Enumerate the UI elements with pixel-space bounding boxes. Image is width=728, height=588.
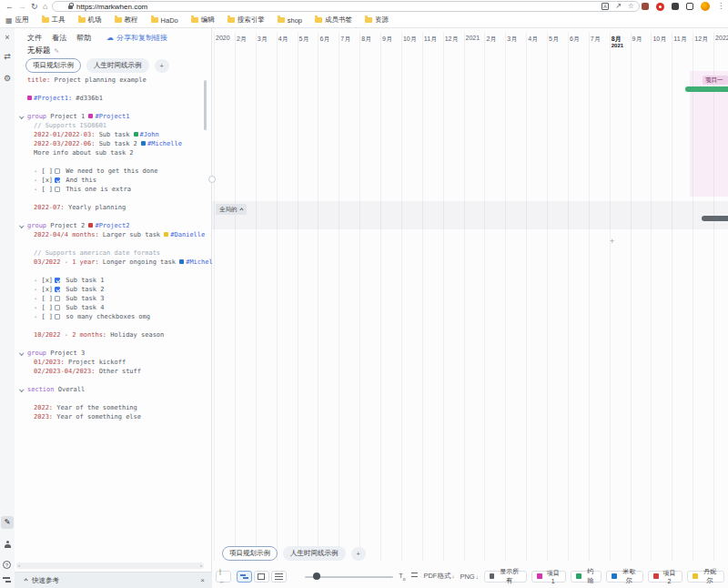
code-line[interactable] <box>15 212 206 221</box>
checkbox[interactable] <box>55 287 60 292</box>
code-line[interactable]: - [ ] Sub task 3 <box>15 294 206 303</box>
code-line[interactable] <box>15 239 206 248</box>
tab-square-icon[interactable] <box>686 3 693 10</box>
code-line[interactable] <box>15 157 206 167</box>
code-line[interactable]: 2022-03/2022-06: Sub task 2 #Michelle <box>15 139 206 148</box>
checkbox[interactable] <box>55 278 60 283</box>
bookmark-item[interactable]: HaDo <box>151 16 178 25</box>
bookmark-item[interactable]: 搜索引擎 <box>228 15 265 25</box>
code-line[interactable]: 2023: Year of something else <box>15 412 206 421</box>
collapse-caret-icon[interactable] <box>19 350 24 355</box>
bookmark-item[interactable]: 成员书签 <box>315 15 352 25</box>
quick-reference-bar[interactable]: 快速参考 × <box>15 572 212 588</box>
bookmark-item[interactable]: 教程 <box>115 15 138 25</box>
adblock-extension-icon[interactable] <box>656 3 664 11</box>
checkbox[interactable] <box>55 296 60 301</box>
code-line[interactable]: // Supports american date formats <box>15 248 206 258</box>
timeline-tab[interactable]: 人生时间线示例 <box>283 546 346 561</box>
legend-item[interactable]: 项目1 <box>531 571 566 583</box>
bookmark-item[interactable]: ▦应用 <box>5 15 29 25</box>
code-line[interactable] <box>15 321 206 330</box>
document-title[interactable]: 无标题 <box>27 46 51 56</box>
text-size-button[interactable]: To <box>399 572 405 582</box>
checkbox[interactable] <box>55 177 60 183</box>
back-icon[interactable]: ← <box>5 0 14 13</box>
subtask-john-event-bar[interactable] <box>685 86 728 92</box>
legend-item[interactable]: 米歇尔 <box>606 571 643 583</box>
close-quick-reference-icon[interactable]: × <box>200 576 205 584</box>
code-line[interactable]: - [x] Sub task 1 <box>15 276 206 285</box>
code-line[interactable]: - [ ] so many checkboxes omg <box>15 312 206 321</box>
year-2022-event-bar[interactable] <box>702 216 728 221</box>
menu-item[interactable]: 文件 <box>27 33 42 43</box>
code-line[interactable]: // Supports ISO8601 <box>15 121 206 130</box>
account-icon[interactable] <box>4 541 11 548</box>
overall-section-badge[interactable]: 全局的 <box>216 204 247 215</box>
timeline-new-tab-button[interactable]: + <box>351 547 366 561</box>
legend-item[interactable]: 项目2 <box>648 571 682 583</box>
bookmark-item[interactable]: 工具 <box>42 15 66 25</box>
code-line[interactable]: #Project1: #d336b1 <box>15 94 206 103</box>
settings-gear-icon[interactable]: ⚙ <box>0 74 15 83</box>
scroll-right-icon[interactable]: › <box>200 563 202 569</box>
timeline-tab[interactable]: 项目规划示例 <box>222 546 278 561</box>
code-line[interactable]: - [ ] Sub task 4 <box>15 303 206 312</box>
editor-horizontal-scrollbar[interactable]: ‹ › <box>16 563 204 569</box>
extension-icon[interactable] <box>642 3 649 10</box>
extensions-puzzle-icon[interactable] <box>672 3 679 10</box>
browser-menu-icon[interactable]: ⋮ <box>717 2 724 11</box>
jump-to-start-button[interactable]: |← <box>216 571 231 583</box>
home-icon[interactable]: ⌂ <box>43 0 47 13</box>
code-line[interactable] <box>15 267 206 276</box>
code-line[interactable]: 03/2022 - 1 year: Longer ongoing task #M… <box>15 258 206 267</box>
code-line[interactable]: 01/2023: Project kickoff <box>15 358 206 367</box>
legend-item[interactable]: 丹妮尔 <box>687 571 724 583</box>
code-line[interactable] <box>15 394 206 403</box>
timeline-view-icon[interactable] <box>3 577 12 583</box>
code-line[interactable] <box>15 376 206 385</box>
menu-item[interactable]: 帮助 <box>76 33 91 43</box>
gantt-view-button[interactable] <box>237 571 252 583</box>
code-line[interactable]: More info about sub task 2 <box>15 148 206 157</box>
code-line[interactable] <box>15 194 206 203</box>
bookmark-star-icon[interactable]: ☆ <box>628 2 634 11</box>
code-line[interactable]: group Project 2 #Project2 <box>15 221 206 230</box>
menu-item[interactable]: 看法 <box>52 33 66 43</box>
code-line[interactable]: 2022-07: Yearly planning <box>15 203 206 212</box>
download-png-button[interactable]: PNG <box>460 573 478 581</box>
collapse-caret-icon[interactable] <box>19 223 24 228</box>
list-view-button[interactable] <box>271 571 287 583</box>
bookmark-item[interactable]: 资源 <box>365 15 389 25</box>
checkbox[interactable] <box>55 168 60 174</box>
code-line[interactable] <box>15 103 206 112</box>
code-line[interactable]: - [ ] This one is extra <box>15 185 206 194</box>
share-copy-link-button[interactable]: ☁ 分享和复制链接 <box>106 33 167 43</box>
code-area[interactable]: title: Project planning example#Project1… <box>15 76 206 421</box>
panel-divider-handle[interactable] <box>208 176 216 183</box>
code-line[interactable]: 2022-01/2022-03: Sub task #John <box>15 130 206 139</box>
bookmark-item[interactable]: shop <box>278 16 302 25</box>
rename-pencil-icon[interactable]: ✎ <box>55 47 59 55</box>
code-line[interactable]: - [x] And this <box>15 176 206 185</box>
code-line[interactable]: title: Project planning example <box>15 76 206 85</box>
code-line[interactable] <box>15 340 206 349</box>
zoom-slider[interactable] <box>305 571 394 583</box>
column-view-button[interactable] <box>254 571 269 583</box>
code-line[interactable]: group Project 3 <box>15 349 206 358</box>
code-line[interactable]: section Overall <box>15 385 206 394</box>
translate-icon[interactable]: A <box>602 3 609 10</box>
editor-new-tab-button[interactable]: + <box>155 59 169 73</box>
code-line[interactable]: 02/2023-04/2023: Other stuff <box>15 367 206 376</box>
editor-tab[interactable]: 人生时间线示例 <box>86 58 149 73</box>
pan-resize-icon[interactable]: ⇄ <box>0 52 15 61</box>
edit-mode-button[interactable]: ✎ <box>1 516 14 529</box>
checkbox[interactable] <box>55 314 60 319</box>
editor-tab[interactable]: 项目规划示例 <box>25 58 81 73</box>
project1-group-label[interactable]: 项目一 <box>703 76 728 85</box>
editor-vertical-scrollbar[interactable] <box>204 80 207 130</box>
checkbox[interactable] <box>55 187 60 192</box>
profile-avatar[interactable] <box>701 2 710 11</box>
collapse-caret-icon[interactable] <box>19 114 24 118</box>
code-line[interactable]: 10/2022 - 2 months: Holiday season <box>15 330 206 340</box>
code-line[interactable]: - [x] Sub task 2 <box>15 285 206 294</box>
